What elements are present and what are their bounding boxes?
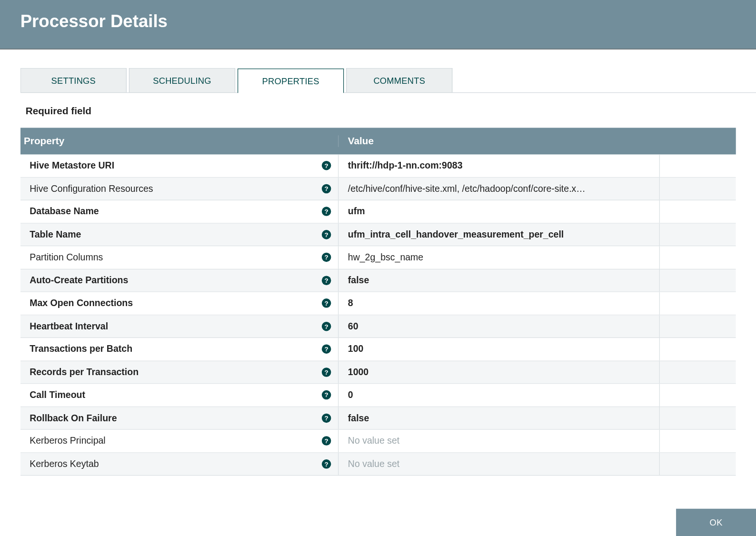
property-extra-cell [659, 453, 736, 475]
tab-settings[interactable]: SETTINGS [20, 68, 127, 92]
property-value-cell[interactable]: false [338, 269, 659, 291]
property-extra-cell [659, 269, 736, 291]
processor-details-dialog: Processor Details SETTINGS SCHEDULING PR… [0, 0, 756, 536]
dialog-title: Processor Details [20, 11, 168, 30]
property-value-cell[interactable]: ufm [338, 200, 659, 223]
property-name-cell: Partition Columns? [20, 252, 338, 263]
ok-button[interactable]: OK [676, 509, 756, 536]
property-name-cell: Hive Metastore URI? [20, 160, 338, 171]
property-row[interactable]: Hive Metastore URI?thrift://hdp-1-nn.com… [20, 155, 736, 178]
property-name-cell: Hive Configuration Resources? [20, 183, 338, 194]
property-row[interactable]: Database Name?ufm [20, 200, 736, 223]
property-value-cell[interactable]: /etc/hive/conf/hive-site.xml, /etc/hadoo… [338, 178, 659, 200]
help-icon[interactable]: ? [322, 161, 331, 170]
property-value-cell[interactable]: 100 [338, 338, 659, 360]
property-row[interactable]: Partition Columns?hw_2g_bsc_name [20, 246, 736, 269]
property-name-text: Hive Metastore URI [30, 160, 114, 171]
property-value-cell[interactable]: No value set [338, 430, 659, 452]
column-header-property: Property [20, 135, 338, 147]
property-name-text: Kerberos Principal [30, 436, 105, 446]
property-extra-cell [659, 315, 736, 337]
property-name-text: Records per Transaction [30, 367, 139, 377]
property-name-text: Call Timeout [30, 390, 85, 400]
property-extra-cell [659, 292, 736, 315]
property-row[interactable]: Kerberos Principal?No value set [20, 430, 736, 453]
property-value-cell[interactable]: 60 [338, 315, 659, 337]
help-icon[interactable]: ? [322, 230, 331, 239]
tab-scheduling[interactable]: SCHEDULING [129, 68, 235, 92]
properties-rows: Hive Metastore URI?thrift://hdp-1-nn.com… [20, 155, 736, 509]
property-name-text: Database Name [30, 206, 99, 217]
property-name-cell: Kerberos Keytab? [20, 458, 338, 469]
property-value-cell[interactable]: thrift://hdp-1-nn.com:9083 [338, 155, 659, 177]
property-extra-cell [659, 384, 736, 406]
property-value-cell[interactable]: false [338, 407, 659, 429]
tab-properties[interactable]: PROPERTIES [238, 69, 344, 93]
property-extra-cell [659, 200, 736, 223]
dialog-header: Processor Details [0, 0, 756, 50]
property-name-cell: Transactions per Batch? [20, 344, 338, 355]
property-row[interactable]: Auto-Create Partitions?false [20, 269, 736, 292]
properties-table-header: Property Value [20, 128, 736, 154]
property-value-cell[interactable]: 8 [338, 292, 659, 315]
tab-comments[interactable]: COMMENTS [346, 68, 452, 92]
property-row[interactable]: Hive Configuration Resources?/etc/hive/c… [20, 178, 736, 200]
help-icon[interactable]: ? [322, 322, 331, 331]
property-row[interactable]: Records per Transaction?1000 [20, 361, 736, 384]
property-name-text: Kerberos Keytab [30, 458, 99, 469]
property-value-cell[interactable]: 1000 [338, 361, 659, 383]
property-name-text: Rollback On Failure [30, 413, 117, 423]
property-name-text: Table Name [30, 229, 81, 240]
property-row[interactable]: Max Open Connections?8 [20, 292, 736, 315]
property-name-cell: Max Open Connections? [20, 298, 338, 308]
help-icon[interactable]: ? [322, 413, 331, 423]
help-icon[interactable]: ? [322, 276, 331, 285]
property-row[interactable]: Rollback On Failure?false [20, 407, 736, 430]
help-icon[interactable]: ? [322, 184, 331, 193]
property-name-cell: Rollback On Failure? [20, 413, 338, 423]
property-name-cell: Call Timeout? [20, 390, 338, 400]
help-icon[interactable]: ? [322, 459, 331, 469]
property-value-cell[interactable]: ufm_intra_cell_handover_measurement_per_… [338, 223, 659, 246]
property-extra-cell [659, 430, 736, 452]
property-value-cell[interactable]: hw_2g_bsc_name [338, 246, 659, 268]
property-name-text: Transactions per Batch [30, 344, 132, 355]
tabs-bar: SETTINGS SCHEDULING PROPERTIES COMMENTS [20, 68, 756, 93]
dialog-content: SETTINGS SCHEDULING PROPERTIES COMMENTS … [0, 50, 756, 509]
property-name-cell: Heartbeat Interval? [20, 321, 338, 331]
help-icon[interactable]: ? [322, 298, 331, 308]
help-icon[interactable]: ? [322, 437, 331, 446]
help-icon[interactable]: ? [322, 253, 331, 262]
required-field-label: Required field [26, 106, 756, 117]
property-row[interactable]: Heartbeat Interval?60 [20, 315, 736, 338]
property-extra-cell [659, 223, 736, 246]
property-extra-cell [659, 338, 736, 360]
property-name-text: Hive Configuration Resources [30, 183, 153, 194]
property-name-cell: Kerberos Principal? [20, 436, 338, 446]
property-name-text: Heartbeat Interval [30, 321, 108, 331]
help-icon[interactable]: ? [322, 367, 331, 377]
property-row[interactable]: Transactions per Batch?100 [20, 338, 736, 361]
property-name-cell: Records per Transaction? [20, 367, 338, 377]
property-name-cell: Database Name? [20, 206, 338, 217]
property-value-cell[interactable]: No value set [338, 453, 659, 475]
help-icon[interactable]: ? [322, 345, 331, 354]
property-name-cell: Auto-Create Partitions? [20, 275, 338, 286]
property-extra-cell [659, 155, 736, 177]
help-icon[interactable]: ? [322, 207, 331, 217]
property-name-text: Max Open Connections [30, 298, 133, 308]
property-name-cell: Table Name? [20, 229, 338, 240]
column-header-value: Value [338, 135, 659, 147]
dialog-footer: OK [0, 509, 756, 536]
property-row[interactable]: Kerberos Keytab?No value set [20, 453, 736, 476]
property-name-text: Partition Columns [30, 252, 103, 263]
property-row[interactable]: Table Name?ufm_intra_cell_handover_measu… [20, 223, 736, 246]
property-name-text: Auto-Create Partitions [30, 275, 128, 286]
property-extra-cell [659, 361, 736, 383]
property-value-cell[interactable]: 0 [338, 384, 659, 406]
help-icon[interactable]: ? [322, 390, 331, 400]
property-extra-cell [659, 246, 736, 268]
property-extra-cell [659, 178, 736, 200]
property-extra-cell [659, 407, 736, 429]
property-row[interactable]: Call Timeout?0 [20, 384, 736, 407]
